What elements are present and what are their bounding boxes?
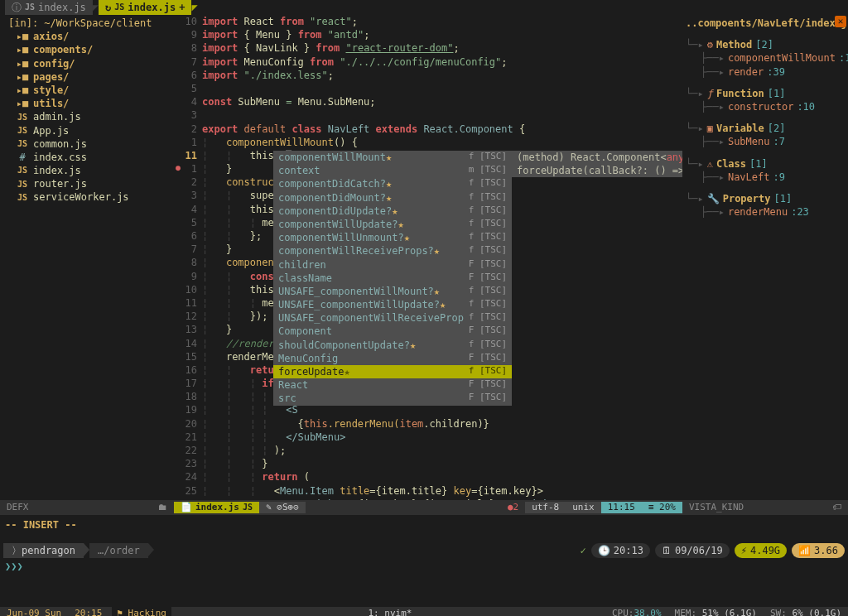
outline-item[interactable]: ├──▸ constructor:10 xyxy=(686,100,845,113)
line-number: 7 xyxy=(174,243,202,256)
line-number: 13 xyxy=(174,323,202,336)
folder-icon: ▸■ xyxy=(17,97,28,110)
tmux-session[interactable]: ⚑ Hacking xyxy=(112,607,171,616)
folder-icon: ▸■ xyxy=(17,43,28,56)
completion-item[interactable]: MenuConfigF [TSC] xyxy=(273,352,512,365)
sidebar-item-config[interactable]: ▸■config/ xyxy=(3,57,171,70)
prompt-disk: 📶3.66 xyxy=(792,543,845,558)
outline-section[interactable]: └─▸ ⚠ Class [1] xyxy=(686,157,845,171)
sidebar-item-compoents[interactable]: ▸■compoents/ xyxy=(3,43,171,56)
outline-section[interactable]: └─▸ ⚙ Method [2] xyxy=(686,38,845,51)
line-number: 9 xyxy=(174,270,202,283)
tab-label: index.js xyxy=(128,1,176,14)
completion-item[interactable]: componentWillMount★f [TSC] xyxy=(273,151,512,164)
completion-item[interactable]: UNSAFE_componentWillUpdate?★f [TSC] xyxy=(273,298,512,311)
outline-item[interactable]: ├──▸ NavLeft:9 xyxy=(686,171,845,184)
completion-item[interactable]: componentWillUpdate?★f [TSC] xyxy=(273,218,512,231)
lightning-icon: ⚡ xyxy=(741,544,747,557)
close-icon[interactable]: ✕ xyxy=(835,16,846,27)
completion-item[interactable]: childrenF [TSC] xyxy=(273,258,512,272)
sidebar-item-common-js[interactable]: JScommon.js xyxy=(3,137,171,151)
line-number: 8 xyxy=(174,41,202,55)
statusline-percent: ≡ 20% xyxy=(642,502,682,514)
completion-item[interactable]: ComponentF [TSC] xyxy=(273,325,512,338)
file-icon: 📄 xyxy=(181,502,192,514)
completion-item[interactable]: componentWillReceiveProps?★f [TSC] xyxy=(273,244,512,257)
line-number: 21 xyxy=(174,431,202,444)
completion-item[interactable]: contextm [TSC] xyxy=(273,164,512,177)
prompt-time: 🕒20:13 xyxy=(591,543,650,558)
completion-item[interactable]: shouldComponentUpdate?★f [TSC] xyxy=(273,339,512,352)
outline-section[interactable]: └─▸ ƒ Function [1] xyxy=(686,87,845,100)
shell-prompt: 〉pendragon …/order ✓ 🕒20:13 🗓09/06/19 ⚡4… xyxy=(0,541,848,560)
outline-path: ..compoents/NavLeft/index.js xyxy=(686,17,845,30)
js-icon: JS xyxy=(17,179,28,190)
statusline-os: unix xyxy=(566,502,601,514)
sidebar-item-index-js[interactable]: JSindex.js xyxy=(3,164,171,177)
prompt-date: 🗓09/06/19 xyxy=(655,543,730,558)
outline-item[interactable]: ├──▸ componentWillMount:16 xyxy=(686,51,845,65)
flag-icon: ⚑ xyxy=(117,608,123,616)
tmux-time: 20:15 xyxy=(68,608,108,616)
tab-label: index.js xyxy=(38,1,86,14)
outline-section[interactable]: └─▸ ▣ Variable [2] xyxy=(686,122,845,135)
sidebar-item-admin-js[interactable]: JSadmin.js xyxy=(3,110,171,123)
line-number-current: 11 xyxy=(174,149,202,162)
line-number: 17 xyxy=(174,377,202,390)
completion-item[interactable]: UNSAFE_componentWillMount?★f [TSC] xyxy=(273,285,512,298)
sidebar-item-style[interactable]: ▸■style/ xyxy=(3,84,171,97)
completion-item[interactable]: componentDidCatch?★f [TSC] xyxy=(273,177,512,190)
sidebar-item-router-js[interactable]: JSrouter.js xyxy=(3,177,171,190)
sidebar-item-serviceworker-js[interactable]: JSserviceWorker.js xyxy=(3,190,171,204)
tab-index-js-1[interactable]: ⓘ JS index.js xyxy=(5,0,93,15)
statusline-defx-label: DEFX xyxy=(0,502,36,514)
completion-item[interactable]: srcF [TSC] xyxy=(273,392,512,405)
sidebar-item-index-css[interactable]: #index.css xyxy=(3,151,171,164)
sidebar-item-app-js[interactable]: JSApp.js xyxy=(3,124,171,137)
outline-item[interactable]: ├──▸ render:39 xyxy=(686,65,845,79)
line-number: 9 xyxy=(174,28,202,41)
statusline-glyphs: ✎ ⊘S⊕⊙ xyxy=(259,502,306,514)
line-number: 6 xyxy=(174,229,202,243)
sidebar-item-axios[interactable]: ▸■axios/ xyxy=(3,30,171,43)
sidebar-item-pages[interactable]: ▸■pages/ xyxy=(3,70,171,84)
main-area: [in]: ~/WorkSpace/client ▸■axios/ ▸■comp… xyxy=(0,15,848,500)
completion-item[interactable]: componentDidMount?★f [TSC] xyxy=(273,191,512,205)
statusline-errors: ●2 xyxy=(501,502,525,514)
js-icon: JS xyxy=(17,165,28,176)
clock-icon: 🕒 xyxy=(598,544,610,557)
js-icon: JS xyxy=(17,138,28,150)
line-number: 16 xyxy=(174,363,202,377)
line-number: 19 xyxy=(174,403,202,416)
tmux-window[interactable]: 1: nvim* xyxy=(361,608,418,616)
folder-icon: ▸■ xyxy=(17,84,28,97)
completion-item[interactable]: classNameF [TSC] xyxy=(273,272,512,285)
info-icon: ⓘ xyxy=(12,1,22,14)
line-number: 4 xyxy=(174,203,202,216)
shell-cursor[interactable]: ❯❯❯ xyxy=(0,560,848,573)
sidebar-item-utils[interactable]: ▸■utils/ xyxy=(3,97,171,110)
completion-item[interactable]: ReactF [TSC] xyxy=(273,378,512,392)
folder-icon: 🖿 xyxy=(152,502,174,514)
line-number: 5 xyxy=(174,216,202,229)
line-number: 14 xyxy=(174,337,202,350)
outline-item[interactable]: ├──▸ renderMenu:23 xyxy=(686,205,845,219)
outline-item[interactable]: ├──▸ SubMenu:7 xyxy=(686,135,845,148)
line-number: 8 xyxy=(174,256,202,269)
folder-icon: ▸■ xyxy=(17,70,28,84)
outline-section[interactable]: └─▸ 🔧 Property [1] xyxy=(686,192,845,205)
statusline-encoding: utf-8 xyxy=(525,502,566,514)
statusline-left: DEFX 🖿 xyxy=(0,500,174,515)
completion-item[interactable]: UNSAFE_componentWillReceiveProps?★f [TSC… xyxy=(273,311,512,325)
completion-item[interactable]: componentDidUpdate?★f [TSC] xyxy=(273,205,512,218)
completion-item[interactable]: forceUpdate★f [TSC] xyxy=(273,365,512,378)
line-number: 1 xyxy=(174,136,202,149)
tab-index-js-2-active[interactable]: ↻ JS index.js + xyxy=(99,0,191,15)
code-editor[interactable]: 10import React from "react"; 9import { M… xyxy=(174,15,682,500)
js-icon: JS xyxy=(25,2,35,13)
line-number: 25 xyxy=(174,484,202,498)
css-icon: # xyxy=(17,151,28,164)
tab-bar: ⓘ JS index.js ◤ ↻ JS index.js + ◤ xyxy=(0,0,848,15)
line-number: 11 xyxy=(174,296,202,310)
completion-item[interactable]: componentWillUnmount?★f [TSC] xyxy=(273,231,512,244)
